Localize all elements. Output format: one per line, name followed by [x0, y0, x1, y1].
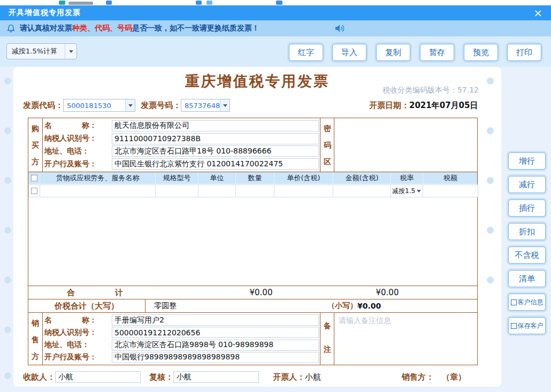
checkbox-icon[interactable] — [511, 323, 517, 329]
deco-dot — [4, 177, 11, 184]
calc-mode-value: 减按1.5%计算 — [12, 47, 57, 56]
seller-address-input[interactable] — [112, 340, 319, 351]
summary-value-area: 零圆整 （小写）¥0.00 — [145, 299, 477, 312]
item-amount-cell[interactable] — [333, 185, 391, 197]
checkbox-icon[interactable] — [511, 299, 517, 305]
payee-input[interactable] — [55, 371, 141, 383]
desktop-icon-fragment — [68, 2, 93, 5]
list-button[interactable]: 清单 — [508, 270, 546, 287]
desktop-icon-fragment — [59, 1, 65, 5]
speaker-icon[interactable] — [334, 24, 345, 35]
calc-mode-select[interactable]: 减按1.5%计算 — [6, 43, 77, 59]
seller-address-label: 地址、电话： — [44, 340, 112, 350]
seller-section: 销售方 名 称： 纳税人识别号： 地址、电话： 开户行及账号： — [28, 312, 477, 365]
buyer-bank-input[interactable] — [112, 158, 319, 170]
col-header-quantity: 数量 — [236, 172, 274, 184]
col-header-unit: 单位 — [198, 172, 236, 184]
red-letter-button[interactable]: 红字 — [289, 44, 323, 61]
seller-name-input[interactable] — [112, 314, 319, 326]
seller-stamp: 销售方： （章） — [402, 372, 466, 382]
buyer-taxid-row: 纳税人识别号： — [44, 133, 319, 145]
invoice-number-select[interactable]: 85737648 — [181, 99, 230, 112]
item-tax-amount-cell[interactable] — [423, 185, 478, 197]
remark-label: 备注 — [320, 313, 334, 365]
password-area-label: 密码区 — [320, 118, 334, 172]
deco-dot — [4, 276, 11, 283]
deco-dot — [487, 227, 494, 234]
temp-save-button[interactable]: 暂存 — [420, 44, 454, 61]
deco-dot — [487, 276, 494, 283]
col-header-unit-price: 单价(含税) — [274, 172, 333, 184]
tax-rate-select[interactable]: 减按1.5 — [391, 185, 423, 197]
buyer-taxid-input[interactable] — [112, 133, 319, 144]
seller-name-label: 名 称： — [44, 316, 112, 325]
preview-button[interactable]: 预览 — [464, 44, 498, 61]
bell-icon — [6, 24, 16, 33]
seller-bank-label: 开户行及账号： — [44, 352, 112, 362]
invoice-code-select[interactable]: 5000181530 — [63, 99, 135, 112]
alert-text-prefix: 请认真核对发票 — [20, 24, 72, 32]
buyer-address-input[interactable] — [112, 145, 319, 157]
deco-dot — [4, 227, 11, 234]
buyer-side-label: 购买方 — [28, 118, 43, 172]
buyer-address-label: 地址、电话： — [44, 147, 112, 156]
invoice-code-value: 5000181530 — [64, 102, 125, 110]
add-row-button[interactable]: 增行 — [508, 152, 546, 170]
payee-label: 收款人： — [23, 372, 55, 382]
customer-info-button[interactable]: 客户信息 — [508, 294, 546, 311]
select-all-checkbox[interactable] — [31, 175, 37, 181]
invoice-number-label: 发票号码： — [141, 101, 181, 111]
item-quantity-cell[interactable] — [236, 185, 274, 197]
chevron-down-icon — [415, 190, 423, 193]
desktop-icon-fragment — [206, 1, 212, 5]
discount-button[interactable]: 折扣 — [508, 223, 546, 240]
invoice-number-value: 85737648 — [181, 102, 220, 110]
window-title: 开具增值税专用发票 — [9, 8, 81, 18]
item-row-checkbox[interactable] — [31, 188, 37, 194]
tax-exclusive-button[interactable]: 不含税 — [508, 247, 546, 264]
print-button[interactable]: 打印 — [507, 44, 541, 61]
col-header-tax-rate: 税率 — [391, 172, 423, 184]
stamp-label: 销售方： — [402, 372, 434, 382]
item-unit-cell[interactable] — [198, 185, 236, 197]
reviewer-input[interactable] — [173, 371, 259, 383]
buyer-section: 购买方 名 称： 纳税人识别号： 地址、电话： 开户行及账号： — [28, 118, 477, 172]
seller-bank-input[interactable] — [112, 352, 319, 363]
import-button[interactable]: 导入 — [332, 44, 366, 61]
buyer-taxid-label: 纳税人识别号： — [44, 134, 112, 143]
items-header-row: 货物或应税劳务、服务名称 规格型号 单位 数量 单价(含税) 金额(含税) 税率… — [28, 172, 477, 184]
seller-side-label: 销售方 — [28, 313, 43, 365]
copy-button[interactable]: 复制 — [376, 44, 410, 61]
item-unit-price-cell[interactable] — [274, 185, 333, 197]
save-customer-button[interactable]: 保存客户 — [508, 317, 546, 334]
item-select-cell — [28, 185, 40, 197]
remove-row-button[interactable]: 减行 — [508, 176, 546, 193]
summary-label: 价税合计（大写） — [28, 299, 145, 312]
deco-dot — [4, 372, 11, 379]
seller-bank-row: 开户行及账号： — [44, 351, 319, 364]
total-amount-value: ¥0.00 — [369, 288, 406, 297]
password-area — [334, 118, 477, 172]
total-unit-price-value: ¥0.00 — [242, 288, 280, 297]
item-spec-cell[interactable] — [156, 185, 198, 197]
item-row: 减按1.5 — [28, 184, 477, 197]
deco-dot — [4, 326, 11, 333]
remark-input[interactable] — [334, 313, 477, 365]
close-icon[interactable]: × — [533, 7, 542, 18]
desktop-icon-fragment — [196, 1, 202, 5]
deco-dot — [4, 127, 11, 134]
items-empty-area — [28, 197, 477, 286]
invoice-date-label: 开票日期： — [369, 101, 409, 110]
col-header-amount: 金额(含税) — [333, 172, 391, 184]
invoice-date-value: 2021年07月05日 — [409, 101, 478, 110]
seller-taxid-input[interactable] — [112, 327, 319, 338]
buyer-name-input[interactable] — [112, 120, 319, 132]
buyer-bank-row: 开户行及账号： — [44, 158, 319, 170]
item-name-cell[interactable] — [40, 185, 156, 197]
save-customer-label: 保存客户 — [518, 321, 544, 330]
insert-row-button[interactable]: 插行 — [508, 199, 546, 217]
alert-message: 请认真核对发票种类、代码、号码是否一致，如不一致请更换纸质发票！ — [20, 24, 259, 33]
col-header-name: 货物或应税劳务、服务名称 — [40, 172, 156, 184]
alert-bar: 请认真核对发票种类、代码、号码是否一致，如不一致请更换纸质发票！ — [0, 20, 551, 36]
seller-address-row: 地址、电话： — [44, 339, 319, 351]
